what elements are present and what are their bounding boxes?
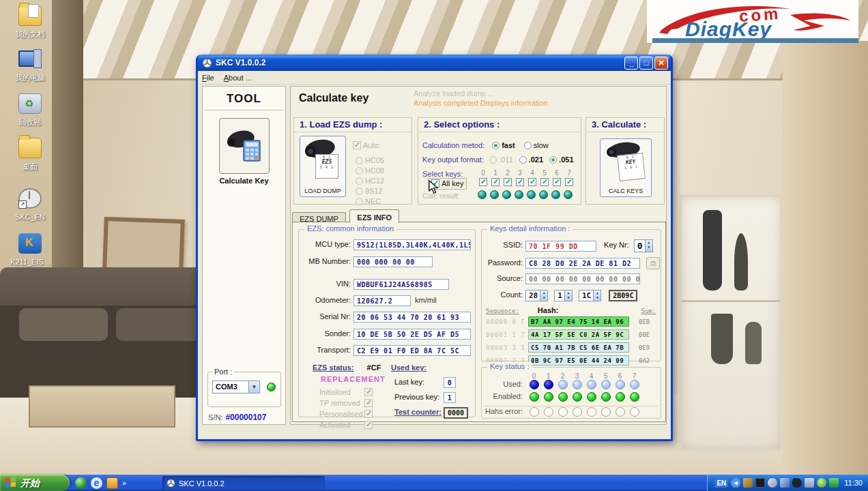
sum-cell: 00E xyxy=(639,331,650,338)
radio-021[interactable]: .021 xyxy=(519,155,543,164)
radio-icon[interactable] xyxy=(492,142,500,149)
spinner-arrows-icon[interactable]: ▲▼ xyxy=(645,240,652,252)
key-checkbox[interactable] xyxy=(479,178,487,186)
auto-checkbox-row[interactable]: Auto: xyxy=(353,141,381,149)
enabled-led xyxy=(616,392,625,402)
tray-shield-icon[interactable] xyxy=(817,478,826,488)
radio-icon[interactable] xyxy=(519,156,527,164)
quick-launch-more[interactable]: » xyxy=(122,479,126,487)
spinner-arrows-icon[interactable]: ▲▼ xyxy=(564,291,572,301)
desktop-icon-my-documents[interactable]: 我的文档 xyxy=(4,5,56,40)
tray-monitor-icon[interactable] xyxy=(755,478,765,488)
quick-launch-media-icon[interactable] xyxy=(75,477,87,489)
auto-checkbox[interactable] xyxy=(353,141,361,149)
radio-icon[interactable] xyxy=(489,156,497,164)
transport-input[interactable]: C2 E9 01 F0 ED 8A 7C 5C xyxy=(353,345,471,356)
key-checkbox[interactable] xyxy=(516,178,524,186)
folder-icon xyxy=(18,138,42,158)
mcu-radio-hc12[interactable]: HC12 xyxy=(356,177,384,185)
tray-phone-icon[interactable] xyxy=(792,478,802,488)
taskbar-item-skc[interactable]: SKC V1.0.0.2 xyxy=(162,476,325,490)
radio-icon[interactable] xyxy=(549,156,557,164)
radio-051[interactable]: .051 xyxy=(549,155,573,164)
start-button[interactable]: 开始 xyxy=(0,475,70,491)
key-checkbox[interactable] xyxy=(540,178,549,186)
tray-usb-icon[interactable] xyxy=(768,478,777,488)
desktop-icon-my-computer[interactable]: 我的电脑 xyxy=(4,49,56,83)
key-checkbox[interactable] xyxy=(553,178,561,186)
export-button[interactable]: ⧉ xyxy=(646,257,660,269)
radio-icon[interactable] xyxy=(524,142,532,149)
quick-launch-folder-icon[interactable] xyxy=(106,477,118,489)
desktop-icon-desktop-folder[interactable]: 桌面 xyxy=(4,138,56,172)
count-row: Count:28▲▼ 1▲▼ 1C▲▼ 2B09C xyxy=(483,290,637,301)
chevron-down-icon[interactable]: ▼ xyxy=(248,381,259,393)
radio-icon[interactable] xyxy=(356,157,363,164)
spinner-arrows-icon[interactable]: ▲▼ xyxy=(593,291,601,301)
language-indicator[interactable]: EN xyxy=(714,479,728,488)
tray-nic-icon[interactable] xyxy=(829,478,839,488)
minimize-button[interactable]: _ xyxy=(624,57,638,70)
key-checkbox[interactable] xyxy=(528,178,536,186)
desktop-icon-label: 我的文档 xyxy=(14,29,46,40)
menu-about[interactable]: About ... xyxy=(224,74,252,82)
field-label: Count: xyxy=(483,291,523,299)
sequence-cell: 00001 1 7 xyxy=(486,331,528,338)
radio-icon[interactable] xyxy=(356,177,363,185)
radio-icon[interactable] xyxy=(356,167,363,175)
tray-window-icon[interactable] xyxy=(805,478,814,488)
mcu-type-input[interactable]: 9S12(1L85D,3L40K,4L40K,1L59W, xyxy=(353,239,471,250)
quick-launch-ie-icon[interactable]: e xyxy=(91,477,102,489)
maximize-button[interactable]: □ xyxy=(639,57,653,70)
count-spinner-3[interactable]: 1C▲▼ xyxy=(579,290,601,301)
ssid-input[interactable]: 70 1F 99 DD xyxy=(525,241,596,252)
load-dump-button[interactable]: 0 1 EZS 1 0 1 LOAD DUMP xyxy=(300,136,346,197)
tray-brush-icon[interactable] xyxy=(743,478,753,488)
radio-011[interactable]: .011 xyxy=(489,155,513,164)
used-led xyxy=(630,380,639,389)
key-checkbox[interactable] xyxy=(504,178,512,186)
divider xyxy=(484,406,658,406)
password-input[interactable]: C8 28 D0 2E 2A DE 81 D2 xyxy=(525,258,640,269)
vin-input[interactable]: WDBUF61J24A568985 xyxy=(353,279,449,290)
desktop-icon-skc-en[interactable]: SKC_EN xyxy=(4,188,56,222)
tab-ezs-info[interactable]: EZS INFO xyxy=(349,209,399,223)
port-combobox[interactable]: COM3 ▼ xyxy=(212,381,260,393)
radio-slow[interactable]: slow xyxy=(524,141,549,149)
count-spinner-2[interactable]: 1▲▼ xyxy=(554,290,573,301)
personalised-checkbox[interactable] xyxy=(364,410,373,418)
ezs-status-link[interactable]: EZS status: xyxy=(313,363,354,372)
desktop-icon-recycle-bin[interactable]: 回收站 xyxy=(4,93,56,128)
spinner-arrows-icon[interactable]: ▲▼ xyxy=(540,291,547,301)
radio-icon[interactable] xyxy=(356,188,363,195)
used-key-link[interactable]: Used key: xyxy=(391,363,426,372)
key-nr-spinner[interactable]: 0▲▼ xyxy=(634,239,653,252)
mb-number-input[interactable]: 000 000 00 00 xyxy=(353,256,433,267)
close-button[interactable]: ✕ xyxy=(654,57,668,70)
tray-network-icon[interactable] xyxy=(780,478,790,488)
mcu-radio-hc05[interactable]: HC05 xyxy=(356,156,384,164)
radio-fast[interactable]: fast xyxy=(492,141,515,149)
mcu-radio-nec[interactable]: NEC xyxy=(356,197,381,205)
title-bar[interactable]: SKC V1.0.0.2 _ □ ✕ xyxy=(198,55,671,71)
initialised-checkbox[interactable] xyxy=(364,388,373,396)
activated-checkbox[interactable] xyxy=(364,421,373,429)
radio-icon[interactable] xyxy=(356,198,363,205)
calc-keys-button[interactable]: 0 1 KEY 1 0 1 CALC KEYS xyxy=(600,138,652,197)
test-counter-link[interactable]: Test counter: xyxy=(394,408,444,416)
key-checkbox[interactable] xyxy=(565,178,573,186)
sonder-input[interactable]: 10 DE 5B 50 2E D5 AF D5 xyxy=(353,329,471,340)
menu-file[interactable]: File xyxy=(202,74,214,82)
serial-input[interactable]: 20 06 53 44 70 20 61 93 xyxy=(353,312,471,323)
calculate-key-tool-button[interactable] xyxy=(219,118,270,174)
mcu-radio-hc08[interactable]: HC08 xyxy=(356,166,384,175)
count-spinner-1[interactable]: 28▲▼ xyxy=(525,290,548,301)
odometer-input[interactable]: 120627.2 xyxy=(353,295,411,306)
key-checkbox[interactable] xyxy=(491,178,500,186)
source-input[interactable]: 00 00 00 00 00 00 00 00 00 00 xyxy=(525,273,640,284)
sonder-row: Sonder:10 DE 5B 50 2E D5 AF D5 xyxy=(302,329,471,340)
tp-removed-checkbox[interactable] xyxy=(364,399,373,407)
mcu-radio-9s12[interactable]: 9S12 xyxy=(356,187,383,195)
tray-collapse-icon[interactable]: ◄ xyxy=(731,478,740,488)
desktop-icon-k211-eis[interactable]: K211_EIS... xyxy=(4,233,56,267)
